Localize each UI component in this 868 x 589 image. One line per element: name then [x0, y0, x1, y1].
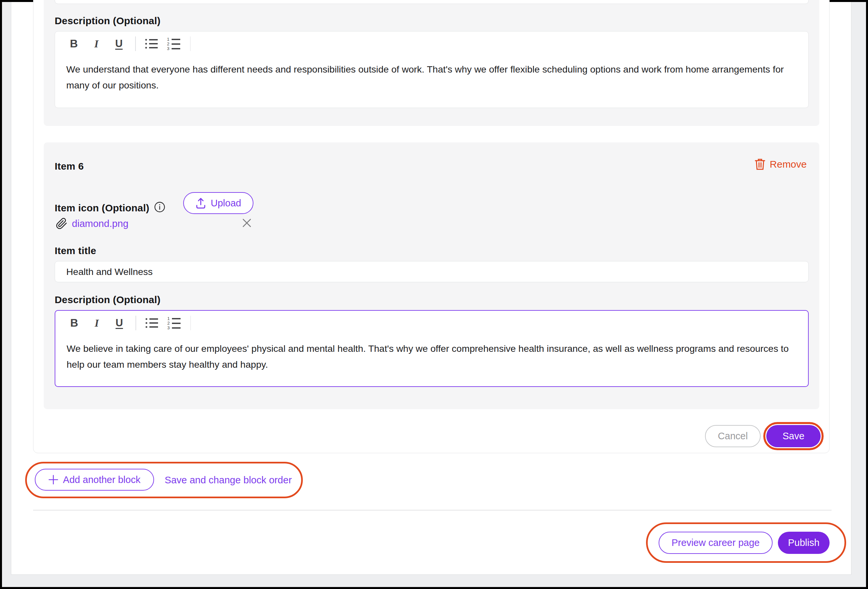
underline-icon[interactable]: U — [111, 36, 127, 51]
svg-text:1: 1 — [167, 316, 170, 321]
item-5-description-label: Description (Optional) — [55, 15, 160, 27]
numbered-list-icon[interactable]: 1 2 3 — [167, 315, 182, 331]
item-title-input[interactable] — [55, 261, 809, 282]
bullet-list-icon[interactable] — [144, 36, 159, 51]
svg-text:2: 2 — [167, 41, 169, 46]
toolbar-divider — [136, 316, 136, 330]
item-5-section: Description (Optional) B I U 1 — [44, 0, 819, 126]
save-button[interactable]: Save — [766, 425, 821, 447]
underline-icon[interactable]: U — [112, 315, 127, 331]
toolbar-divider — [135, 37, 136, 51]
add-another-block-button[interactable]: Add another block — [35, 469, 154, 491]
item-6-description-label: Description (Optional) — [55, 294, 160, 306]
svg-text:3: 3 — [167, 46, 169, 51]
file-name-link[interactable]: diamond.png — [72, 218, 128, 229]
save-and-change-block-order-link[interactable]: Save and change block order — [165, 474, 292, 486]
remove-item-button[interactable]: Remove — [755, 158, 807, 170]
attached-file: diamond.png — [56, 217, 128, 230]
item-5-description-text[interactable]: We understand that everyone has differen… — [55, 56, 808, 93]
numbered-list-icon[interactable]: 1 2 3 — [166, 36, 182, 51]
remove-file-icon[interactable] — [242, 218, 252, 228]
item-6-heading: Item 6 — [55, 161, 84, 172]
rich-text-toolbar: B I U 1 2 3 — [55, 31, 808, 56]
screenshot-frame: Description (Optional) B I U 1 — [0, 0, 868, 589]
info-icon[interactable] — [154, 201, 165, 213]
plus-icon — [49, 475, 58, 485]
toolbar-divider — [190, 316, 191, 330]
item-5-title-input[interactable] — [55, 0, 809, 4]
paperclip-icon — [56, 217, 68, 230]
bullet-list-icon[interactable] — [144, 315, 159, 331]
bold-icon[interactable]: B — [66, 315, 82, 331]
remove-label: Remove — [770, 159, 807, 170]
toolbar-divider — [190, 37, 191, 51]
trash-icon — [755, 158, 765, 170]
svg-text:2: 2 — [167, 321, 170, 326]
italic-icon[interactable]: I — [89, 315, 104, 331]
italic-icon[interactable]: I — [89, 36, 104, 51]
item-6-section: Item 6 Remove Item icon (Optional) — [44, 142, 819, 409]
publish-button[interactable]: Publish — [778, 532, 830, 554]
item-5-description-editor[interactable]: B I U 1 2 3 — [55, 31, 809, 108]
item-6-description-text[interactable]: We believe in taking care of our employe… — [55, 335, 808, 372]
bold-icon[interactable]: B — [66, 36, 81, 51]
item-icon-label: Item icon (Optional) — [55, 201, 165, 214]
preview-career-page-button[interactable]: Preview career page — [658, 532, 773, 554]
item-title-label: Item title — [55, 245, 96, 257]
svg-text:1: 1 — [167, 37, 169, 42]
upload-button[interactable]: Upload — [183, 192, 254, 214]
svg-text:3: 3 — [167, 325, 170, 330]
cancel-button[interactable]: Cancel — [705, 425, 761, 447]
upload-icon — [195, 198, 206, 209]
rich-text-toolbar: B I U 1 2 3 — [55, 311, 808, 335]
footer-divider — [33, 510, 831, 511]
item-6-description-editor[interactable]: B I U 1 2 3 — [55, 310, 809, 387]
